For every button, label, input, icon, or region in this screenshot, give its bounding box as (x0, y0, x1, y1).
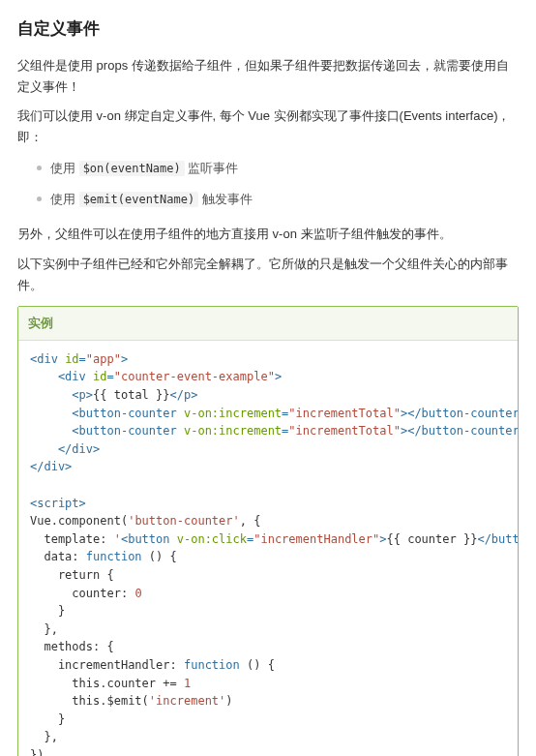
inline-code: $emit(eventName) (79, 192, 199, 207)
intro-paragraph-3: 另外，父组件可以在使用子组件的地方直接用 v-on 来监听子组件触发的事件。 (17, 224, 519, 245)
list-text: 监听事件 (185, 161, 239, 175)
code-block: <div id="app"> <div id="counter-event-ex… (18, 341, 518, 756)
list-text: 触发事件 (198, 192, 253, 206)
list-text: 使用 (50, 161, 79, 175)
intro-paragraph-1: 父组件是使用 props 传递数据给子组件，但如果子组件要把数据传递回去，就需要… (17, 55, 519, 98)
list-item: 使用 $on(eventName) 监听事件 (37, 158, 519, 179)
intro-paragraph-4: 以下实例中子组件已经和它外部完全解耦了。它所做的只是触发一个父组件关心的内部事件… (17, 254, 519, 296)
section-heading: 自定义事件 (17, 15, 519, 44)
list-item: 使用 $emit(eventName) 触发事件 (37, 189, 519, 210)
example-box: 实例 <div id="app"> <div id="counter-event… (17, 306, 519, 756)
example-header: 实例 (18, 307, 518, 341)
inline-code: $on(eventName) (79, 161, 185, 176)
list-text: 使用 (50, 192, 79, 206)
event-methods-list: 使用 $on(eventName) 监听事件 使用 $emit(eventNam… (17, 158, 519, 210)
intro-paragraph-2: 我们可以使用 v-on 绑定自定义事件, 每个 Vue 实例都实现了事件接口(E… (17, 106, 519, 148)
